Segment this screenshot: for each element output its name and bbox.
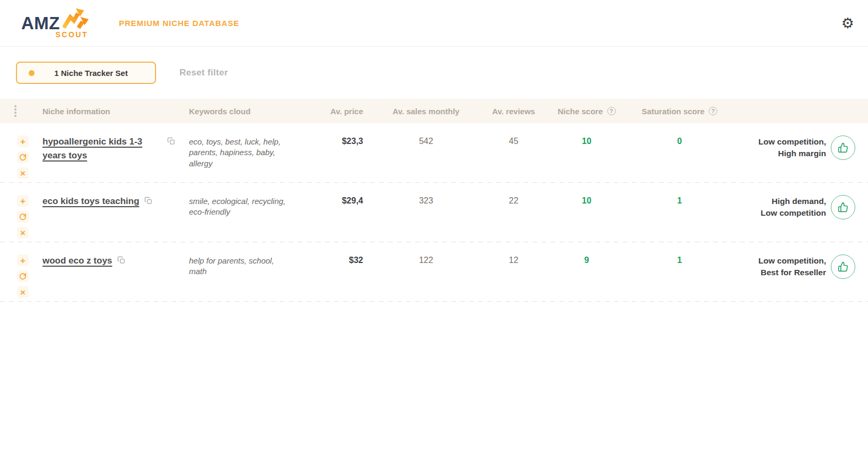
remove-button[interactable]: × [17,167,29,179]
av-price-value: $23,3 [303,135,363,146]
copy-button[interactable] [144,197,152,205]
like-button[interactable] [831,255,855,279]
saturation-score-value: 1 [626,254,733,265]
plus-icon: + [20,137,25,146]
x-icon: × [20,228,25,238]
logo-text-amz: AMZ [21,14,60,32]
av-sales-monthly-value: 323 [372,194,480,206]
thumbs-up-icon [838,202,848,213]
niche-tracker-set-button[interactable]: 1 Niche Tracker Set [16,62,156,84]
plus-icon: + [20,256,25,265]
column-header-saturation-score: Saturation score [642,107,704,116]
keywords-cloud-text: eco, toys, best, luck, help, parents, ha… [189,135,293,169]
top-bar: AMZ SCOUT PREMIUM NICHE DATABASE ⚙ [0,0,868,47]
verdict-text: Low competition, High margin [733,135,826,159]
av-reviews-value: 22 [480,194,547,206]
verdict-text: High demand, Low competition [733,194,826,218]
refresh-icon [19,213,27,220]
niche-score-value: 10 [547,135,626,146]
thumbs-up-icon [838,142,848,153]
table-body: + × hypoallergenic kids 1-3 years toys [0,123,868,302]
column-header-niche-information: Niche information [30,107,189,116]
column-header-niche-score: Niche score [557,107,603,116]
keywords-cloud-text: help for parents, school, math [189,254,293,277]
dot-icon [29,70,35,76]
x-icon: × [20,288,25,297]
refresh-button[interactable] [17,211,29,223]
refresh-icon [19,273,27,280]
like-button[interactable] [831,135,855,160]
gear-icon: ⚙ [841,15,854,31]
add-button[interactable]: + [17,195,29,207]
column-header-av-price: Av. price [303,107,372,116]
plus-icon: + [20,197,25,206]
column-header-av-reviews: Av. reviews [480,107,547,116]
table-row: + × eco kids toys teaching [0,183,868,242]
refresh-icon [19,154,27,161]
av-sales-monthly-value: 122 [372,254,480,265]
column-header-keywords-cloud: Keywords cloud [189,107,303,116]
table-row: + × wood eco z toys [0,242,868,302]
table-header-row: Niche information Keywords cloud Av. pri… [0,99,868,123]
reset-filter-button[interactable]: Reset filter [179,67,228,78]
refresh-button[interactable] [17,270,29,282]
av-price-value: $32 [303,254,363,265]
like-button[interactable] [831,195,855,219]
copy-icon [117,258,125,266]
niche-name-link[interactable]: eco kids toys teaching [42,194,139,208]
column-header-av-sales-monthly: Av. sales monthly [372,107,480,116]
keywords-cloud-text: smile, ecological, recycling, eco-friend… [189,194,293,218]
page-title: PREMIUM NICHE DATABASE [119,19,239,28]
av-price-value: $29,4 [303,194,363,206]
copy-icon [144,198,152,206]
niche-tracker-set-label: 1 Niche Tracker Set [35,69,155,78]
verdict-text: Low competition, Best for Reseller [733,254,826,278]
saturation-score-value: 0 [626,135,733,146]
niche-score-value: 10 [547,194,626,206]
av-sales-monthly-value: 542 [372,135,480,146]
thumbs-up-icon [838,261,848,272]
copy-icon [167,139,175,147]
av-reviews-value: 12 [480,254,547,265]
kebab-menu-icon[interactable] [14,105,16,117]
help-icon[interactable]: ? [709,107,717,115]
remove-button[interactable]: × [17,227,29,239]
saturation-score-value: 1 [626,194,733,206]
refresh-button[interactable] [17,151,29,163]
niche-name-link[interactable]: wood eco z toys [42,254,112,268]
add-button[interactable]: + [17,135,29,147]
av-reviews-value: 45 [480,135,547,146]
niche-score-value: 9 [547,254,626,265]
niche-name-link[interactable]: hypoallergenic kids 1-3 years toys [42,135,162,162]
help-icon[interactable]: ? [607,107,616,115]
remove-button[interactable]: × [17,286,29,298]
amz-scout-logo[interactable]: AMZ SCOUT [21,8,89,39]
logo-arrows-icon [63,8,89,31]
copy-button[interactable] [167,137,175,145]
filter-bar: 1 Niche Tracker Set Reset filter [0,47,868,99]
x-icon: × [20,169,25,178]
settings-button[interactable]: ⚙ [841,16,854,30]
table-row: + × hypoallergenic kids 1-3 years toys [0,123,868,183]
copy-button[interactable] [117,256,125,264]
add-button[interactable]: + [17,255,29,266]
